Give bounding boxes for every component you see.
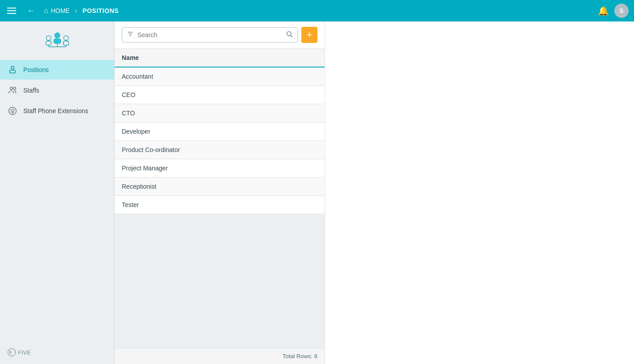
table-row[interactable]: Tester [115,196,325,214]
sidebar-logo-icon [44,30,71,53]
svg-point-2 [46,36,51,41]
cell-name: CTO [115,104,325,123]
home-link[interactable]: ⌂ HOME [44,7,70,15]
svg-point-16 [8,349,16,356]
svg-rect-3 [46,41,51,45]
sidebar-logo [0,25,114,60]
sidebar-item-label: Positions [23,66,49,73]
sidebar-item-positions[interactable]: Positions [0,60,114,80]
svg-line-22 [291,35,292,37]
menu-icon[interactable] [5,6,18,16]
cell-name: Accountant [115,67,325,86]
cell-name: Tester [115,196,325,214]
cell-name: Developer [115,123,325,141]
data-panel: + Name AccountantCEOCTODeveloperProduct … [115,21,325,364]
sidebar-item-label: Staffs [23,87,39,94]
table-row[interactable]: CEO [115,86,325,104]
staffs-icon [7,85,18,96]
svg-point-0 [55,33,60,38]
table-row[interactable]: Accountant [115,67,325,86]
table-row[interactable]: Receptionist [115,178,325,196]
back-button[interactable]: ← [23,4,39,17]
right-panel [325,21,634,364]
search-toolbar: + [115,21,325,49]
home-icon: ⌂ [44,7,48,15]
svg-text:5: 5 [9,350,12,355]
search-box [122,27,298,42]
svg-point-12 [10,87,13,90]
column-header-name: Name [115,49,325,67]
table-container: Name AccountantCEOCTODeveloperProduct Co… [115,49,325,348]
table-row[interactable]: Project Manager [115,159,325,178]
table-row[interactable]: Product Co-ordinator [115,141,325,159]
main-content-area: + Name AccountantCEOCTODeveloperProduct … [115,21,634,364]
cell-name: Product Co-ordinator [115,141,325,159]
svg-point-14 [9,107,17,115]
table-footer: Total Rows: 8 [115,348,325,364]
search-input[interactable] [137,31,282,38]
avatar[interactable]: S [614,4,629,18]
cell-name: Receptionist [115,178,325,196]
topbar: ← ⌂ HOME › POSITIONS 🔔 S [0,0,634,21]
svg-point-4 [64,36,69,41]
svg-point-10 [11,66,14,69]
add-button[interactable]: + [301,27,317,43]
sidebar-item-label: Staff Phone Extensions [23,107,88,114]
five-logo-text: FIVE [18,349,31,356]
svg-rect-5 [63,41,69,45]
layout: Positions Staffs [0,21,634,364]
sidebar-footer: 5 FIVE [0,341,114,364]
svg-point-13 [13,87,16,90]
svg-point-15 [12,111,13,113]
phone-extensions-icon [7,106,18,116]
sidebar-navigation: Positions Staffs [0,60,114,121]
notifications-icon[interactable]: 🔔 [598,5,609,16]
five-logo-icon: 5 [7,348,16,357]
svg-rect-11 [10,70,16,73]
svg-rect-1 [54,39,60,44]
sidebar-item-staffs[interactable]: Staffs [0,80,114,100]
sidebar-item-staff-phone-extensions[interactable]: Staff Phone Extensions [0,101,114,121]
five-logo: 5 FIVE [7,348,31,357]
search-icon [286,30,293,39]
sidebar: Positions Staffs [0,21,115,364]
cell-name: Project Manager [115,159,325,178]
filter-icon [127,30,134,39]
positions-icon [7,64,18,75]
topbar-right: 🔔 S [598,4,629,18]
total-rows-label: Total Rows: 8 [283,353,317,360]
home-label: HOME [51,7,70,14]
positions-table: Name AccountantCEOCTODeveloperProduct Co… [115,49,325,214]
page-title: POSITIONS [82,7,119,14]
breadcrumb-chevron: › [75,7,77,14]
table-row[interactable]: Developer [115,123,325,141]
cell-name: CEO [115,86,325,104]
table-row[interactable]: CTO [115,104,325,123]
